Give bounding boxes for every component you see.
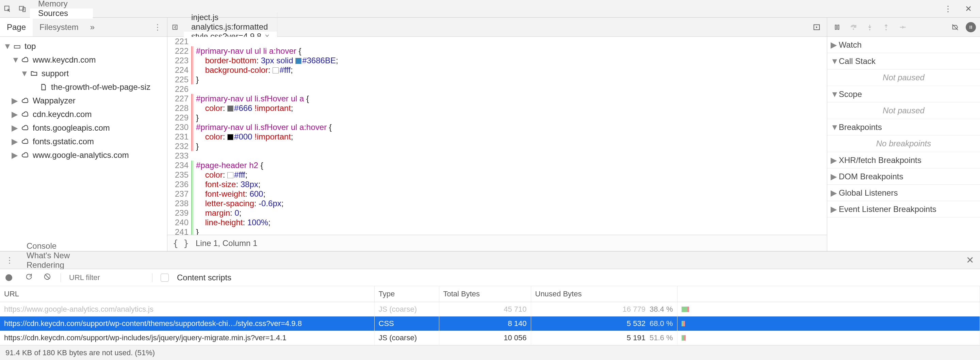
file-tab[interactable]: analytics.js:formatted <box>184 22 277 32</box>
section-xhr-breakpoints[interactable]: ▶XHR/fetch Breakpoints <box>827 152 980 169</box>
window-icon: ▭ <box>12 41 22 51</box>
main-tab-sources[interactable]: Sources <box>30 8 93 19</box>
cell-url: https://cdn.keycdn.com/support/wp-conten… <box>0 317 374 331</box>
section-callstack[interactable]: ▼Call Stack <box>827 53 980 69</box>
coverage-row[interactable]: https://cdn.keycdn.com/support/wp-includ… <box>0 331 980 345</box>
svg-point-7 <box>853 28 854 30</box>
pause-icon[interactable] <box>831 21 843 33</box>
step-icon[interactable] <box>897 21 908 33</box>
tree-domain[interactable]: ▶Wappalyzer <box>2 94 166 108</box>
scope-empty: Not paused <box>827 102 980 119</box>
section-scope[interactable]: ▼Scope <box>827 86 980 102</box>
callstack-empty: Not paused <box>827 69 980 86</box>
more-menu-icon[interactable]: ⋮ <box>940 2 956 16</box>
cell-usage <box>677 331 980 345</box>
col-unused[interactable]: Unused Bytes <box>531 286 677 302</box>
pretty-print-icon[interactable]: { } <box>173 238 189 248</box>
inspect-element-icon[interactable] <box>0 2 15 16</box>
col-total[interactable]: Total Bytes <box>439 286 531 302</box>
cursor-position: Line 1, Column 1 <box>196 239 257 248</box>
tab-page[interactable]: Page <box>0 18 33 37</box>
url-filter-input[interactable] <box>69 273 144 282</box>
svg-point-10 <box>904 27 906 28</box>
drawer-tab-rendering[interactable]: Rendering <box>19 260 77 270</box>
tree-domain[interactable]: ▶fonts.googleapis.com <box>2 121 166 135</box>
svg-point-9 <box>885 29 887 30</box>
cloud-icon <box>21 138 30 145</box>
drawer-tab-console[interactable]: Console <box>19 241 77 251</box>
tree-domain[interactable]: ▶fonts.gstatic.com <box>2 135 166 148</box>
tree-top[interactable]: ▼▭top <box>2 40 166 53</box>
cell-type: CSS <box>374 317 439 331</box>
cell-unused: 5 532 68.0 % <box>531 317 677 331</box>
reload-button[interactable] <box>24 273 34 282</box>
col-url[interactable]: URL <box>0 286 374 302</box>
record-button[interactable] <box>5 274 16 281</box>
cell-url: https://cdn.keycdn.com/support/wp-includ… <box>0 331 374 345</box>
step-over-icon[interactable] <box>848 21 859 33</box>
navigator-menu-icon[interactable]: ⋮ <box>148 22 167 32</box>
svg-rect-12 <box>971 25 972 29</box>
code-editor[interactable]: 2212222232242252262272282292302312322332… <box>167 37 827 235</box>
deactivate-breakpoints-icon[interactable] <box>950 21 961 33</box>
tree-folder[interactable]: ▼support <box>2 67 166 80</box>
drawer-menu-icon[interactable]: ⋮ <box>0 255 19 265</box>
tree-file[interactable]: the-growth-of-web-page-siz <box>2 80 166 94</box>
debugger-toolbar <box>827 18 980 37</box>
cell-total: 8 140 <box>439 317 531 331</box>
section-event-breakpoints[interactable]: ▶Event Listener Breakpoints <box>827 201 980 217</box>
content-scripts-checkbox[interactable] <box>161 274 169 282</box>
breakpoints-empty: No breakpoints <box>827 135 980 152</box>
folder-icon <box>29 70 39 77</box>
cell-total: 10 056 <box>439 331 531 345</box>
close-devtools-icon[interactable]: ✕ <box>961 2 976 16</box>
navigator-tabbar: Page Filesystem » ⋮ <box>0 18 167 37</box>
drawer-tabbar: ⋮ ConsoleWhat's NewRenderingCoverage× ✕ <box>0 252 980 269</box>
coverage-table: URL Type Total Bytes Unused Bytes https:… <box>0 286 980 345</box>
step-into-icon[interactable] <box>864 21 875 33</box>
main-tab-bar: ElementsNetworkAuditsSecurityMemorySourc… <box>0 0 980 18</box>
svg-point-8 <box>869 29 870 30</box>
tree-domain[interactable]: ▼www.keycdn.com <box>2 53 166 67</box>
drawer-close-icon[interactable]: ✕ <box>960 255 980 266</box>
cloud-icon <box>21 151 30 159</box>
file-icon <box>39 83 48 91</box>
cell-unused: 16 779 38.4 % <box>531 302 677 317</box>
cloud-icon <box>21 124 30 132</box>
file-tab-label: inject.js <box>191 13 218 22</box>
section-breakpoints[interactable]: ▼Breakpoints <box>827 119 980 135</box>
step-out-icon[interactable] <box>880 21 892 33</box>
cloud-icon <box>21 111 30 118</box>
tree-domain[interactable]: ▶cdn.keycdn.com <box>2 108 166 121</box>
section-dom-breakpoints[interactable]: ▶DOM Breakpoints <box>827 169 980 185</box>
main-tab-memory[interactable]: Memory <box>30 0 93 8</box>
nav-back-icon[interactable] <box>167 24 184 31</box>
coverage-status: 91.4 KB of 180 KB bytes are not used. (5… <box>0 345 980 360</box>
coverage-toolbar: Content scripts <box>0 269 980 286</box>
show-debugger-icon[interactable] <box>808 24 825 31</box>
file-tab[interactable]: inject.js <box>184 13 277 22</box>
device-toolbar-icon[interactable] <box>15 2 30 16</box>
col-usage[interactable] <box>677 286 980 302</box>
cloud-icon <box>21 97 30 105</box>
file-tab-label: analytics.js:formatted <box>191 22 268 32</box>
cell-type: JS (coarse) <box>374 302 439 317</box>
clear-button[interactable] <box>42 273 52 282</box>
section-global-listeners[interactable]: ▶Global Listeners <box>827 185 980 201</box>
cell-type: JS (coarse) <box>374 331 439 345</box>
drawer-tab-what-s-new[interactable]: What's New <box>19 251 77 260</box>
tab-filesystem[interactable]: Filesystem <box>33 18 86 37</box>
tree-domain[interactable]: ▶www.google-analytics.com <box>2 148 166 162</box>
svg-rect-5 <box>835 25 837 29</box>
navigator-more-icon[interactable]: » <box>86 22 99 32</box>
svg-rect-6 <box>838 25 839 29</box>
editor-tabbar: inject.jsanalytics.js:formattedstyle.css… <box>167 18 827 37</box>
cell-usage <box>677 317 980 331</box>
col-type[interactable]: Type <box>374 286 439 302</box>
pause-on-exceptions-icon[interactable] <box>966 22 976 32</box>
section-watch[interactable]: ▶Watch <box>827 37 980 53</box>
coverage-row[interactable]: https://www.google-analytics.com/analyti… <box>0 302 980 317</box>
coverage-row[interactable]: https://cdn.keycdn.com/support/wp-conten… <box>0 317 980 331</box>
file-tree: ▼▭top ▼www.keycdn.com ▼support the-growt… <box>0 37 167 165</box>
cell-unused: 5 191 51.6 % <box>531 331 677 345</box>
